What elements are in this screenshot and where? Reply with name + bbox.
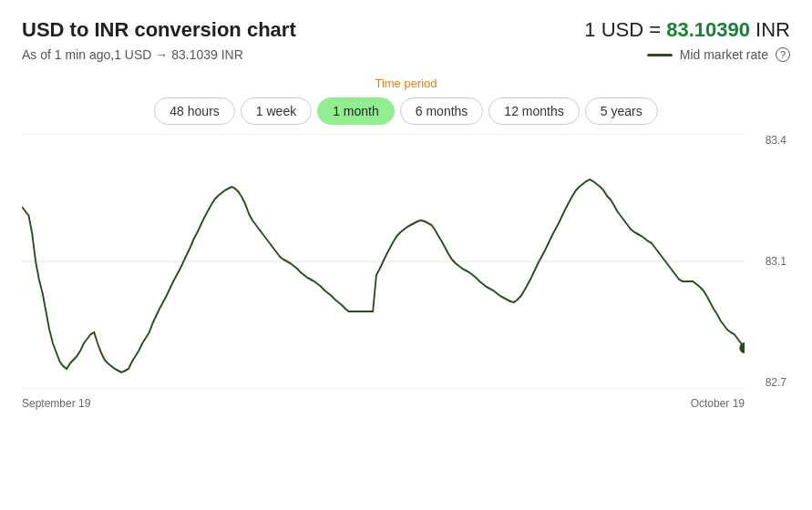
y-label-bot: 82.7 <box>766 376 786 389</box>
info-icon[interactable]: ? <box>776 47 790 62</box>
rate-value: 83.10390 <box>666 18 750 41</box>
time-period-label: Time period <box>22 76 790 90</box>
btn-5y[interactable]: 5 years <box>585 97 658 125</box>
as-of-text: As of 1 min ago,1 USD → 83.1039 INR <box>22 47 243 62</box>
btn-1w[interactable]: 1 week <box>241 97 312 125</box>
y-label-top: 83.4 <box>766 134 786 147</box>
rate-unit: INR <box>755 18 790 41</box>
x-axis: September 19 October 19 <box>22 393 745 416</box>
time-period-section: Time period 48 hours 1 week 1 month 6 mo… <box>22 76 790 125</box>
chart-svg <box>22 134 745 389</box>
btn-1m[interactable]: 1 month <box>317 97 395 125</box>
x-label-end: October 19 <box>691 397 745 416</box>
y-axis: 83.4 83.1 82.7 <box>745 134 790 389</box>
mid-market-label: Mid market rate <box>680 47 768 62</box>
mid-market-row: Mid market rate ? <box>647 47 790 62</box>
chart-container: 83.4 83.1 82.7 September 19 October 19 <box>22 134 790 416</box>
period-buttons: 48 hours 1 week 1 month 6 months 12 mont… <box>22 97 790 125</box>
rate-display: 1 USD = 83.10390 INR <box>584 18 790 42</box>
mid-market-line <box>647 54 673 56</box>
btn-12m[interactable]: 12 months <box>488 97 579 125</box>
x-label-start: September 19 <box>22 397 90 416</box>
rate-label: 1 USD = <box>584 18 661 41</box>
chart-title: USD to INR conversion chart <box>22 18 296 42</box>
btn-48h[interactable]: 48 hours <box>154 97 234 125</box>
btn-6m[interactable]: 6 months <box>400 97 484 125</box>
y-label-mid: 83.1 <box>766 255 786 268</box>
